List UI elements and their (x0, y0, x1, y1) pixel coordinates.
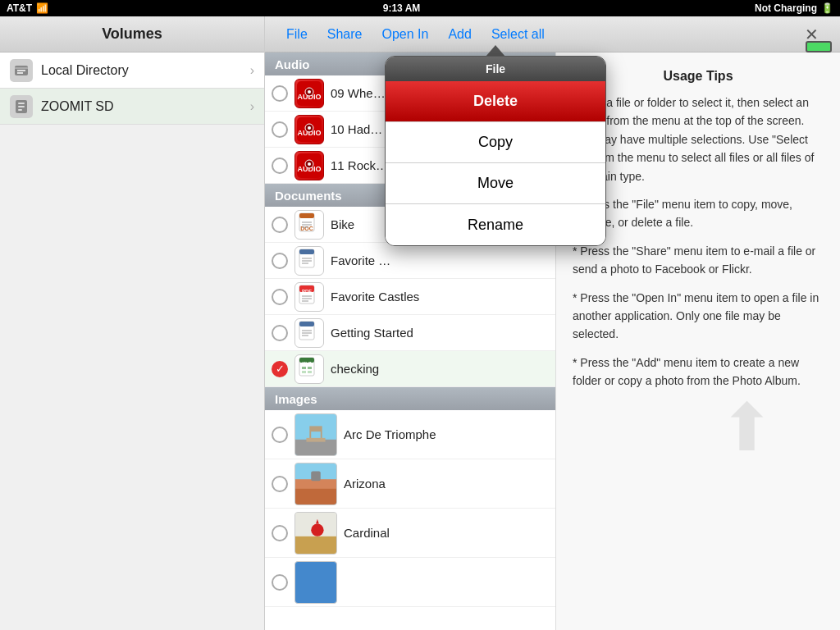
carrier-label: AT&T (7, 2, 32, 14)
popup-overlay: File Delete Copy Move Rename (0, 0, 840, 630)
rename-button[interactable]: Rename (386, 204, 605, 245)
popup-title: File (486, 62, 505, 75)
time-label: 9:13 AM (383, 2, 421, 14)
copy-button[interactable]: Copy (386, 122, 605, 163)
move-button[interactable]: Move (386, 163, 605, 204)
status-left: AT&T 📶 (7, 2, 48, 14)
battery-status-label: Not Charging (755, 2, 817, 14)
delete-button[interactable]: Delete (386, 81, 605, 122)
battery-icon: 🔋 (821, 2, 833, 14)
popup-title-bar: File (386, 57, 605, 81)
wifi-icon: 📶 (36, 2, 48, 14)
popup-arrow (486, 45, 505, 57)
popup-modal: File Delete Copy Move Rename (385, 56, 606, 246)
status-bar: AT&T 📶 9:13 AM Not Charging 🔋 (0, 0, 840, 16)
status-right: Not Charging 🔋 (755, 2, 833, 14)
